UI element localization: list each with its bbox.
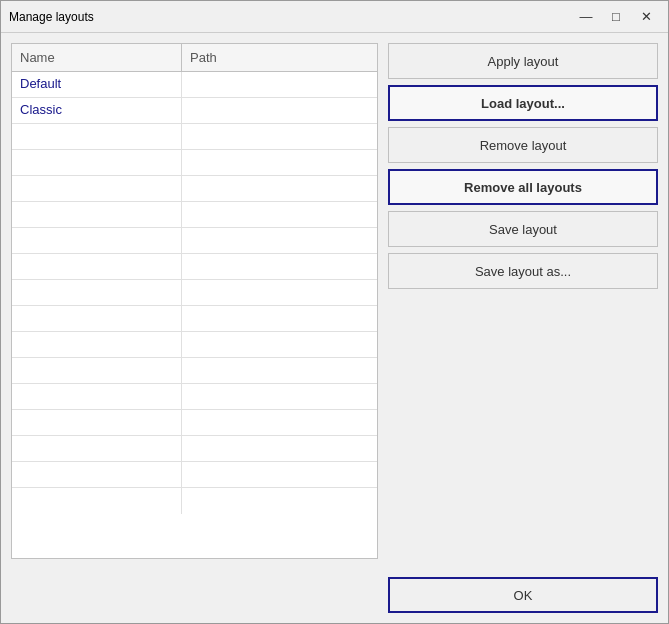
table-row[interactable] — [12, 410, 377, 436]
row-name — [12, 124, 182, 149]
row-name — [12, 306, 182, 331]
table-header: Name Path — [12, 44, 377, 72]
row-name — [12, 202, 182, 227]
title-bar: Manage layouts — □ ✕ — [1, 1, 668, 33]
row-name — [12, 176, 182, 201]
row-path — [182, 202, 377, 227]
table-row[interactable] — [12, 332, 377, 358]
table-row[interactable] — [12, 488, 377, 514]
apply-layout-button[interactable]: Apply layout — [388, 43, 658, 79]
layouts-table: Name Path Default Classic — [11, 43, 378, 559]
row-path — [182, 124, 377, 149]
window-title: Manage layouts — [9, 10, 572, 24]
save-layout-button[interactable]: Save layout — [388, 211, 658, 247]
spacer — [388, 295, 658, 559]
row-path — [182, 176, 377, 201]
table-row[interactable] — [12, 306, 377, 332]
table-row[interactable] — [12, 358, 377, 384]
row-name — [12, 150, 182, 175]
table-row[interactable] — [12, 202, 377, 228]
ok-section: OK — [1, 569, 668, 623]
table-body[interactable]: Default Classic — [12, 72, 377, 558]
table-row[interactable] — [12, 150, 377, 176]
col-header-name: Name — [12, 44, 182, 71]
save-layout-as-button[interactable]: Save layout as... — [388, 253, 658, 289]
row-name — [12, 228, 182, 253]
row-path — [182, 228, 377, 253]
row-name — [12, 488, 182, 514]
table-row[interactable] — [12, 124, 377, 150]
row-name — [12, 358, 182, 383]
remove-layout-button[interactable]: Remove layout — [388, 127, 658, 163]
table-row[interactable]: Default — [12, 72, 377, 98]
row-path — [182, 306, 377, 331]
row-name — [12, 332, 182, 357]
row-path — [182, 72, 377, 97]
col-header-path: Path — [182, 44, 377, 71]
minimize-button[interactable]: — — [572, 5, 600, 29]
row-name — [12, 384, 182, 409]
table-row[interactable] — [12, 254, 377, 280]
manage-layouts-window: Manage layouts — □ ✕ Name Path Default C… — [0, 0, 669, 624]
row-path — [182, 254, 377, 279]
row-path — [182, 436, 377, 461]
table-row[interactable] — [12, 462, 377, 488]
action-buttons: Apply layout Load layout... Remove layou… — [388, 43, 658, 559]
table-row[interactable]: Classic — [12, 98, 377, 124]
load-layout-button[interactable]: Load layout... — [388, 85, 658, 121]
row-name — [12, 462, 182, 487]
row-path — [182, 488, 377, 514]
row-path — [182, 98, 377, 123]
table-row[interactable] — [12, 228, 377, 254]
row-path — [182, 384, 377, 409]
row-path — [182, 150, 377, 175]
row-path — [182, 358, 377, 383]
content-area: Name Path Default Classic — [1, 33, 668, 569]
close-button[interactable]: ✕ — [632, 5, 660, 29]
table-row[interactable] — [12, 436, 377, 462]
row-name: Classic — [12, 98, 182, 123]
table-row[interactable] — [12, 384, 377, 410]
row-name — [12, 280, 182, 305]
ok-button[interactable]: OK — [388, 577, 658, 613]
row-path — [182, 410, 377, 435]
row-name — [12, 410, 182, 435]
maximize-button[interactable]: □ — [602, 5, 630, 29]
table-row[interactable] — [12, 280, 377, 306]
table-row[interactable] — [12, 176, 377, 202]
row-path — [182, 462, 377, 487]
row-name — [12, 436, 182, 461]
row-name — [12, 254, 182, 279]
row-path — [182, 280, 377, 305]
remove-all-layouts-button[interactable]: Remove all layouts — [388, 169, 658, 205]
row-name: Default — [12, 72, 182, 97]
row-path — [182, 332, 377, 357]
title-bar-controls: — □ ✕ — [572, 5, 660, 29]
